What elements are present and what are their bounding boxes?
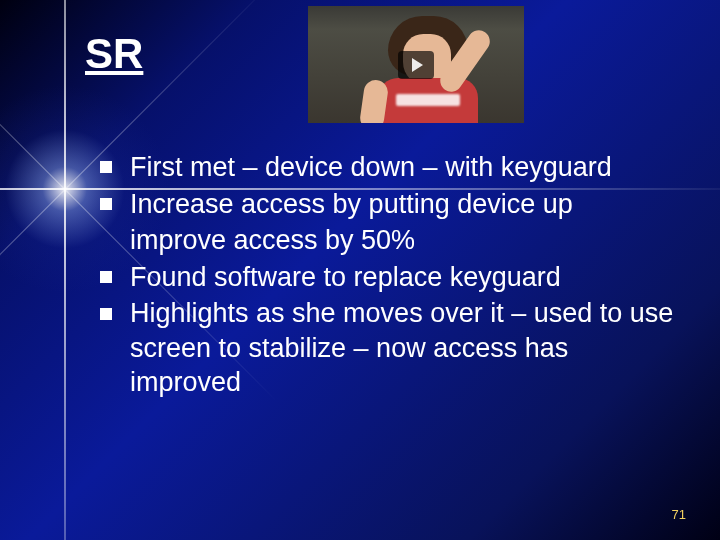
bullet-square-icon (100, 198, 112, 210)
list-item: Highlights as she moves over it – used t… (100, 296, 680, 400)
list-item: First met – device down – with keyguard (100, 150, 680, 185)
slide-body: First met – device down – with keyguard … (100, 150, 680, 402)
video-thumbnail[interactable] (308, 6, 524, 123)
bullet-square-icon (100, 161, 112, 173)
bullet-text: Highlights as she moves over it – used t… (130, 298, 673, 397)
slide: SR First met – device down – with keygua… (0, 0, 720, 540)
bullet-text: Increase access by putting device up (130, 189, 573, 219)
bullet-continuation-text: improve access by 50% (130, 225, 415, 255)
slide-title: SR (85, 30, 143, 78)
bullet-square-icon (100, 271, 112, 283)
list-item: Found software to replace keyguard (100, 260, 680, 295)
bullet-text: First met – device down – with keyguard (130, 152, 612, 182)
list-item: Increase access by putting device up (100, 187, 680, 222)
bullet-text: Found software to replace keyguard (130, 262, 561, 292)
list-item-continuation: improve access by 50% (100, 223, 680, 258)
play-button[interactable] (398, 51, 434, 79)
page-number: 71 (672, 507, 686, 522)
bullet-square-icon (100, 308, 112, 320)
play-icon (412, 58, 423, 72)
